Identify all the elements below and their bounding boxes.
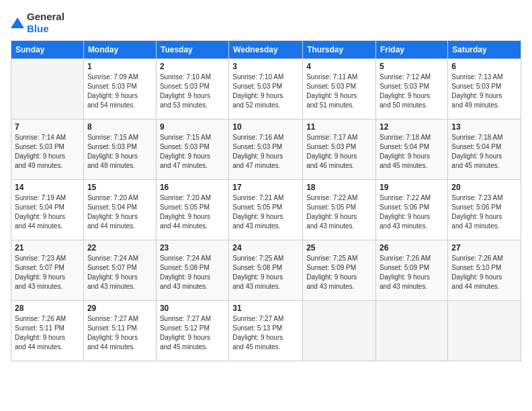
day-number: 25 bbox=[306, 243, 372, 253]
day-info: Sunrise: 7:13 AMSunset: 5:03 PMDaylight:… bbox=[451, 73, 517, 110]
day-number: 8 bbox=[87, 122, 152, 132]
calendar-cell: 1Sunrise: 7:09 AMSunset: 5:03 PMDaylight… bbox=[83, 59, 156, 120]
day-info: Sunrise: 7:25 AMSunset: 5:09 PMDaylight:… bbox=[306, 254, 372, 291]
calendar-cell: 20Sunrise: 7:23 AMSunset: 5:06 PMDayligh… bbox=[448, 180, 521, 240]
day-number: 6 bbox=[451, 62, 517, 71]
logo-general: General bbox=[27, 11, 64, 23]
calendar-week-3: 14Sunrise: 7:19 AMSunset: 5:04 PMDayligh… bbox=[11, 180, 521, 240]
calendar-cell: 17Sunrise: 7:21 AMSunset: 5:05 PMDayligh… bbox=[229, 180, 303, 240]
day-number: 5 bbox=[380, 62, 444, 71]
calendar-cell: 25Sunrise: 7:25 AMSunset: 5:09 PMDayligh… bbox=[303, 240, 376, 301]
day-number: 27 bbox=[451, 243, 517, 253]
calendar-cell: 29Sunrise: 7:27 AMSunset: 5:11 PMDayligh… bbox=[83, 301, 156, 361]
calendar-cell: 19Sunrise: 7:22 AMSunset: 5:06 PMDayligh… bbox=[376, 180, 448, 240]
day-number: 17 bbox=[232, 183, 299, 192]
calendar-cell: 18Sunrise: 7:22 AMSunset: 5:05 PMDayligh… bbox=[303, 180, 376, 240]
calendar-cell: 5Sunrise: 7:12 AMSunset: 5:03 PMDaylight… bbox=[376, 59, 448, 120]
day-number: 30 bbox=[160, 304, 225, 313]
calendar-cell: 3Sunrise: 7:10 AMSunset: 5:03 PMDaylight… bbox=[229, 59, 303, 120]
calendar-cell: 6Sunrise: 7:13 AMSunset: 5:03 PMDaylight… bbox=[448, 59, 521, 120]
day-info: Sunrise: 7:20 AMSunset: 5:04 PMDaylight:… bbox=[87, 193, 152, 231]
logo-triangle-icon bbox=[11, 16, 24, 30]
header-cell-sunday: Sunday bbox=[11, 41, 84, 59]
calendar-body: 1Sunrise: 7:09 AMSunset: 5:03 PMDaylight… bbox=[11, 59, 521, 361]
calendar-week-5: 28Sunrise: 7:26 AMSunset: 5:11 PMDayligh… bbox=[11, 301, 521, 361]
day-number: 18 bbox=[306, 183, 372, 192]
calendar-cell bbox=[448, 301, 521, 361]
day-number: 28 bbox=[15, 304, 80, 313]
header-cell-wednesday: Wednesday bbox=[229, 41, 303, 59]
calendar-cell: 13Sunrise: 7:18 AMSunset: 5:04 PMDayligh… bbox=[448, 120, 521, 180]
day-info: Sunrise: 7:10 AMSunset: 5:03 PMDaylight:… bbox=[232, 73, 299, 110]
day-number: 12 bbox=[380, 122, 444, 132]
calendar-cell: 31Sunrise: 7:27 AMSunset: 5:13 PMDayligh… bbox=[229, 301, 303, 361]
day-info: Sunrise: 7:15 AMSunset: 5:03 PMDaylight:… bbox=[87, 133, 152, 171]
day-info: Sunrise: 7:23 AMSunset: 5:06 PMDaylight:… bbox=[451, 193, 517, 231]
day-info: Sunrise: 7:23 AMSunset: 5:07 PMDaylight:… bbox=[15, 254, 80, 291]
calendar-cell: 7Sunrise: 7:14 AMSunset: 5:03 PMDaylight… bbox=[11, 120, 84, 180]
day-number: 15 bbox=[87, 183, 152, 192]
calendar-header-row: SundayMondayTuesdayWednesdayThursdayFrid… bbox=[11, 41, 521, 59]
day-number: 20 bbox=[451, 183, 517, 192]
day-info: Sunrise: 7:20 AMSunset: 5:05 PMDaylight:… bbox=[160, 193, 225, 231]
calendar-cell: 26Sunrise: 7:26 AMSunset: 5:09 PMDayligh… bbox=[376, 240, 448, 301]
header-cell-monday: Monday bbox=[83, 41, 156, 59]
day-info: Sunrise: 7:24 AMSunset: 5:07 PMDaylight:… bbox=[87, 254, 152, 291]
header-cell-tuesday: Tuesday bbox=[156, 41, 228, 59]
day-info: Sunrise: 7:24 AMSunset: 5:08 PMDaylight:… bbox=[160, 254, 225, 291]
calendar-cell: 14Sunrise: 7:19 AMSunset: 5:04 PMDayligh… bbox=[11, 180, 84, 240]
calendar-cell: 27Sunrise: 7:26 AMSunset: 5:10 PMDayligh… bbox=[448, 240, 521, 301]
calendar-week-4: 21Sunrise: 7:23 AMSunset: 5:07 PMDayligh… bbox=[11, 240, 521, 301]
day-info: Sunrise: 7:26 AMSunset: 5:11 PMDaylight:… bbox=[15, 314, 80, 352]
logo: General Blue bbox=[11, 11, 64, 35]
calendar-week-1: 1Sunrise: 7:09 AMSunset: 5:03 PMDaylight… bbox=[11, 59, 521, 120]
day-info: Sunrise: 7:26 AMSunset: 5:10 PMDaylight:… bbox=[451, 254, 517, 291]
day-info: Sunrise: 7:14 AMSunset: 5:03 PMDaylight:… bbox=[15, 133, 80, 171]
day-number: 9 bbox=[160, 122, 225, 132]
day-info: Sunrise: 7:12 AMSunset: 5:03 PMDaylight:… bbox=[380, 73, 444, 110]
day-info: Sunrise: 7:18 AMSunset: 5:04 PMDaylight:… bbox=[451, 133, 517, 171]
logo-blue: Blue bbox=[27, 23, 64, 35]
calendar-cell bbox=[11, 59, 84, 120]
day-number: 16 bbox=[160, 183, 225, 192]
header-cell-friday: Friday bbox=[376, 41, 448, 59]
calendar-cell: 21Sunrise: 7:23 AMSunset: 5:07 PMDayligh… bbox=[11, 240, 84, 301]
day-number: 3 bbox=[232, 62, 299, 71]
day-info: Sunrise: 7:09 AMSunset: 5:03 PMDaylight:… bbox=[87, 73, 152, 110]
day-number: 29 bbox=[87, 304, 152, 313]
day-info: Sunrise: 7:19 AMSunset: 5:04 PMDaylight:… bbox=[15, 193, 80, 231]
calendar-cell bbox=[303, 301, 376, 361]
calendar-cell: 15Sunrise: 7:20 AMSunset: 5:04 PMDayligh… bbox=[83, 180, 156, 240]
day-info: Sunrise: 7:22 AMSunset: 5:06 PMDaylight:… bbox=[380, 193, 444, 231]
day-number: 23 bbox=[160, 243, 225, 253]
day-number: 2 bbox=[160, 62, 225, 71]
day-number: 21 bbox=[15, 243, 80, 253]
day-info: Sunrise: 7:16 AMSunset: 5:03 PMDaylight:… bbox=[232, 133, 299, 171]
calendar-cell: 22Sunrise: 7:24 AMSunset: 5:07 PMDayligh… bbox=[83, 240, 156, 301]
calendar-cell: 8Sunrise: 7:15 AMSunset: 5:03 PMDaylight… bbox=[83, 120, 156, 180]
day-number: 10 bbox=[232, 122, 299, 132]
calendar-cell: 23Sunrise: 7:24 AMSunset: 5:08 PMDayligh… bbox=[156, 240, 228, 301]
day-info: Sunrise: 7:26 AMSunset: 5:09 PMDaylight:… bbox=[380, 254, 444, 291]
calendar-cell: 12Sunrise: 7:18 AMSunset: 5:04 PMDayligh… bbox=[376, 120, 448, 180]
day-number: 31 bbox=[232, 304, 299, 313]
day-info: Sunrise: 7:10 AMSunset: 5:03 PMDaylight:… bbox=[160, 73, 225, 110]
day-number: 22 bbox=[87, 243, 152, 253]
day-info: Sunrise: 7:22 AMSunset: 5:05 PMDaylight:… bbox=[306, 193, 372, 231]
day-info: Sunrise: 7:25 AMSunset: 5:08 PMDaylight:… bbox=[232, 254, 299, 291]
calendar-week-2: 7Sunrise: 7:14 AMSunset: 5:03 PMDaylight… bbox=[11, 120, 521, 180]
calendar-cell bbox=[376, 301, 448, 361]
day-info: Sunrise: 7:11 AMSunset: 5:03 PMDaylight:… bbox=[306, 73, 372, 110]
header: General Blue bbox=[11, 11, 521, 35]
svg-marker-0 bbox=[11, 17, 24, 28]
header-cell-thursday: Thursday bbox=[303, 41, 376, 59]
day-number: 7 bbox=[15, 122, 80, 132]
day-number: 24 bbox=[232, 243, 299, 253]
day-info: Sunrise: 7:17 AMSunset: 5:03 PMDaylight:… bbox=[306, 133, 372, 171]
calendar-table: SundayMondayTuesdayWednesdayThursdayFrid… bbox=[11, 40, 521, 361]
calendar-cell: 4Sunrise: 7:11 AMSunset: 5:03 PMDaylight… bbox=[303, 59, 376, 120]
calendar-cell: 30Sunrise: 7:27 AMSunset: 5:12 PMDayligh… bbox=[156, 301, 228, 361]
calendar-cell: 9Sunrise: 7:15 AMSunset: 5:03 PMDaylight… bbox=[156, 120, 228, 180]
day-number: 4 bbox=[306, 62, 372, 71]
calendar-cell: 11Sunrise: 7:17 AMSunset: 5:03 PMDayligh… bbox=[303, 120, 376, 180]
